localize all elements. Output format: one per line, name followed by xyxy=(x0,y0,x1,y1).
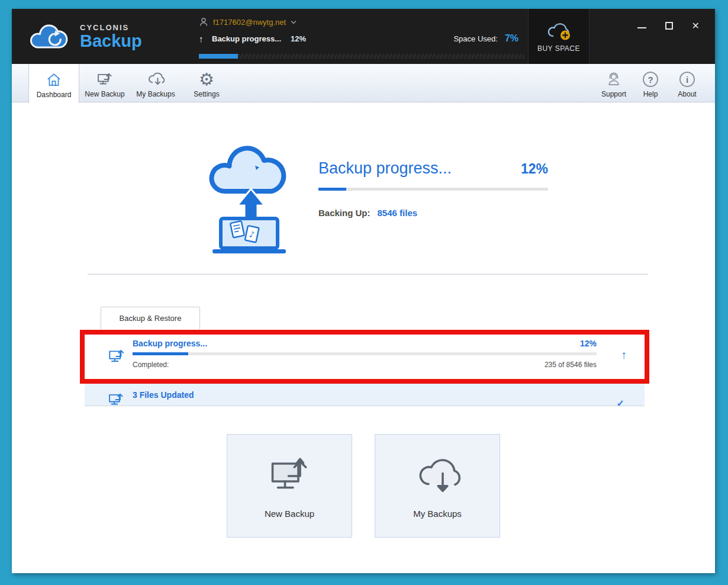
hero-percent: 12% xyxy=(521,161,548,177)
tab-backup-and-restore[interactable]: Backup & Restore xyxy=(101,307,200,329)
chevron-down-icon xyxy=(291,20,297,24)
hero-progress-fill xyxy=(318,188,346,191)
brand: CYCLONIS Backup xyxy=(12,9,188,64)
cloud-plus-icon xyxy=(545,20,572,41)
maximize-button[interactable] xyxy=(665,22,673,30)
header-backup-status: ↑ Backup progress... 12% Space Used: 7% xyxy=(199,33,524,44)
header-progress-fill xyxy=(199,54,238,59)
my-backups-button[interactable]: My Backups xyxy=(375,434,500,538)
tab-settings[interactable]: ⚙ Settings xyxy=(181,64,232,102)
info-icon: i xyxy=(679,70,695,89)
cloud-download-icon xyxy=(411,453,463,499)
window-controls: ✕ xyxy=(590,9,715,64)
tab-new-backup[interactable]: New Backup xyxy=(79,64,130,102)
monitor-upload-icon xyxy=(107,391,125,406)
upload-arrow-icon: ↑ xyxy=(199,34,207,44)
app-window: CYCLONIS Backup f1717602@nwytg.net xyxy=(12,9,715,573)
row-title: Backup progress... xyxy=(133,339,207,348)
row-completed-label: Completed: xyxy=(133,361,169,369)
row-progress-bar xyxy=(133,352,597,355)
about-button[interactable]: i About xyxy=(669,64,706,102)
brand-company: CYCLONIS xyxy=(80,23,142,32)
row-percent: 12% xyxy=(580,339,597,348)
hero-title: Backup progress... xyxy=(318,159,452,178)
tab-my-backups-label: My Backups xyxy=(136,90,175,98)
header-status-area: f1717602@nwytg.net ↑ Backup progress... … xyxy=(188,9,528,64)
tab-my-backups[interactable]: My Backups xyxy=(130,64,181,102)
dashboard-content: ♪ Backup progress... 12% Backing Up:8546… xyxy=(12,102,715,573)
buy-space-button[interactable]: BUY SPACE xyxy=(528,9,590,64)
support-button[interactable]: Support xyxy=(595,64,632,102)
cloud-upload-illustration: ♪ xyxy=(204,132,294,255)
tab-new-backup-label: New Backup xyxy=(85,90,124,98)
tab-backup-and-restore-label: Backup & Restore xyxy=(120,314,182,323)
space-used-value: 7% xyxy=(505,33,518,44)
support-label: Support xyxy=(601,90,626,98)
toolbar: Dashboard New Backup My Bac xyxy=(12,64,715,102)
my-backups-button-label: My Backups xyxy=(413,509,462,519)
tab-dashboard[interactable]: Dashboard xyxy=(28,64,79,103)
account-email: f1717602@nwytg.net xyxy=(213,18,286,27)
new-backup-button[interactable]: New Backup xyxy=(227,434,352,538)
row-title: 3 Files Updated xyxy=(133,390,194,400)
help-label: Help xyxy=(643,90,658,98)
user-icon xyxy=(199,17,208,27)
account-menu[interactable]: f1717602@nwytg.net xyxy=(199,15,524,28)
space-used-label: Space Used: xyxy=(453,34,497,43)
tab-dashboard-label: Dashboard xyxy=(37,91,72,99)
section-divider xyxy=(88,274,648,275)
backup-progress-row[interactable]: Backup progress... 12% Completed: 235 of… xyxy=(85,335,645,379)
row-completed-value: 235 of 8546 files xyxy=(545,361,597,369)
toolbar-right: Support ? Help i About xyxy=(595,64,715,102)
upload-arrow-icon: ↑ xyxy=(621,349,627,362)
hero-progress-bar xyxy=(318,188,548,191)
row-progress-fill xyxy=(133,352,188,355)
header-progress-bar xyxy=(199,54,524,59)
headset-person-icon xyxy=(605,70,622,89)
monitor-upload-icon xyxy=(263,453,315,499)
check-icon: ✓ xyxy=(617,398,624,406)
files-updated-row[interactable]: 3 Files Updated ✓ xyxy=(85,384,645,406)
hero-progress-panel: Backup progress... 12% Backing Up:8546 f… xyxy=(318,159,548,218)
brand-text: CYCLONIS Backup xyxy=(80,23,142,50)
minimize-button[interactable] xyxy=(637,27,646,28)
home-icon xyxy=(46,70,62,89)
header-status-percent: 12% xyxy=(291,34,306,43)
help-icon: ? xyxy=(643,70,658,89)
monitor-upload-icon xyxy=(96,70,114,89)
gear-icon: ⚙ xyxy=(199,70,214,89)
header-status-label: Backup progress... xyxy=(212,34,281,43)
backing-up-label: Backing Up: xyxy=(318,208,371,218)
help-button[interactable]: ? Help xyxy=(632,64,669,102)
red-annotation-box: Backup progress... 12% Completed: 235 of… xyxy=(80,330,649,384)
cyclonis-logo-icon xyxy=(26,21,72,52)
cloud-download-icon xyxy=(147,70,165,89)
titlebar: CYCLONIS Backup f1717602@nwytg.net xyxy=(12,9,715,64)
about-label: About xyxy=(678,90,696,98)
backing-up-value: 8546 files xyxy=(378,208,418,218)
row-progress-area: Backup progress... 12% Completed: 235 of… xyxy=(133,339,597,369)
close-button[interactable]: ✕ xyxy=(692,22,700,64)
brand-product: Backup xyxy=(80,32,142,50)
buy-space-label: BUY SPACE xyxy=(537,44,580,53)
tab-settings-label: Settings xyxy=(194,90,219,98)
new-backup-button-label: New Backup xyxy=(265,509,314,519)
monitor-upload-icon xyxy=(107,347,126,366)
